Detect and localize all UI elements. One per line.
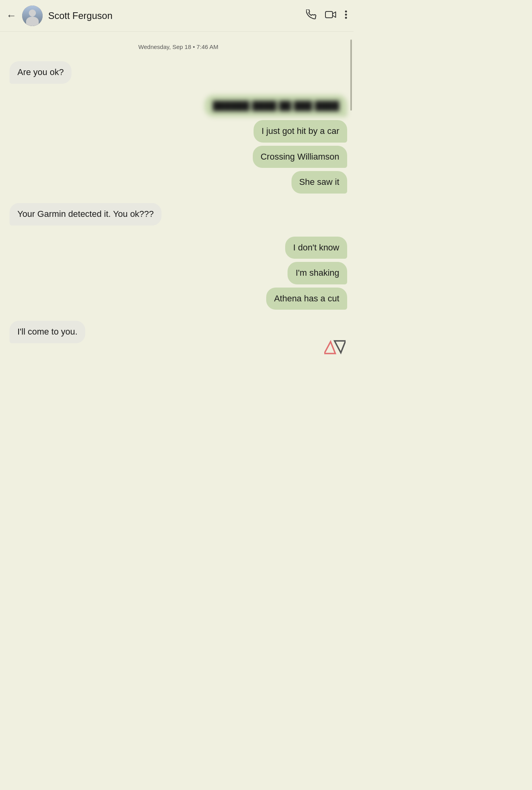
chat-timestamp: Wednesday, Sep 18 • 7:46 AM [9,43,347,50]
message-bubble: Are you ok? [9,61,71,84]
message-bubble: Athena has a cut [266,288,347,310]
message-row: I'll come to you. [9,321,347,343]
contact-name: Scott Ferguson [48,10,306,21]
svg-point-2 [345,13,347,15]
message-bubble: I'm shaking [288,262,347,284]
message-bubble: Crossing Williamson [253,146,347,168]
message-bubble: I just got hit by a car [254,120,347,143]
video-call-icon[interactable] [325,10,336,21]
svg-point-3 [345,17,347,19]
message-group-outgoing: ██████ ████ ██ ███ ████ I just got hit b… [9,95,347,194]
more-options-icon[interactable] [345,10,347,22]
phone-call-icon[interactable] [306,9,316,22]
svg-marker-4 [324,342,335,354]
svg-rect-0 [325,11,333,18]
message-bubble: I'll come to you. [9,321,85,343]
message-bubble: Your Garmin detected it. You ok??? [9,203,162,226]
message-row: Are you ok? [9,61,347,84]
message-bubble-blurred: ██████ ████ ██ ███ ████ [205,95,347,117]
av-logo [324,338,346,355]
chat-header: ← Scott Ferguson [0,0,353,32]
message-row: Your Garmin detected it. You ok??? [9,203,347,226]
scrollbar[interactable] [350,40,352,111]
message-group-outgoing-2: I don't know I'm shaking Athena has a cu… [9,237,347,310]
svg-point-1 [345,10,347,12]
svg-marker-5 [335,341,346,353]
avatar[interactable] [22,6,43,26]
header-actions [306,9,347,22]
back-button[interactable]: ← [6,9,17,22]
message-bubble: She saw it [291,171,348,194]
message-bubble: I don't know [285,237,347,259]
chat-area: Wednesday, Sep 18 • 7:46 AM Are you ok? … [0,32,353,363]
